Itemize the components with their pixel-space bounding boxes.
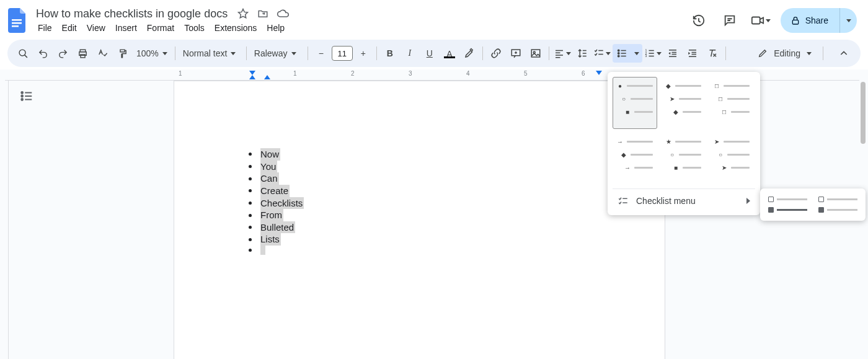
- video-call-icon[interactable]: [750, 9, 772, 32]
- list-item[interactable]: From: [249, 209, 590, 221]
- svg-point-13: [618, 53, 619, 54]
- list-item-text: Bulleted: [260, 221, 295, 234]
- align-button[interactable]: [553, 44, 572, 63]
- highlight-color-button[interactable]: [460, 44, 479, 63]
- bullet-icon: [249, 165, 252, 168]
- list-item[interactable]: Now: [249, 148, 590, 161]
- font-family-select[interactable]: Raleway: [250, 44, 304, 63]
- menu-format[interactable]: Format: [143, 20, 179, 35]
- insert-image-button[interactable]: [526, 44, 545, 63]
- workspace: 1 1 2 3 4 5 6 Now You Can Create Checkli…: [0, 69, 868, 359]
- list-item[interactable]: Checklists: [249, 197, 590, 210]
- menu-extensions[interactable]: Extensions: [210, 20, 261, 35]
- svg-point-14: [618, 55, 619, 56]
- list-style-option[interactable]: → ◆ →: [613, 133, 657, 185]
- ruler-tick: 1: [293, 70, 297, 77]
- glyph: ◆: [621, 151, 627, 158]
- clear-formatting-button[interactable]: [703, 44, 722, 63]
- print-button[interactable]: [73, 44, 92, 63]
- list-item-text: [260, 246, 265, 255]
- checklist-style-option[interactable]: [815, 193, 861, 216]
- move-to-folder-icon[interactable]: [256, 7, 270, 20]
- right-indent-marker[interactable]: [596, 71, 602, 75]
- increase-indent-button[interactable]: [683, 44, 702, 63]
- list-style-option[interactable]: ★ ○ ■: [661, 133, 706, 185]
- list-item[interactable]: You: [249, 161, 590, 173]
- history-icon[interactable]: [688, 9, 710, 32]
- undo-button[interactable]: [33, 44, 52, 63]
- document-page[interactable]: Now You Can Create Checklists From Bulle…: [174, 81, 665, 359]
- list-item[interactable]: [249, 246, 590, 255]
- menu-view[interactable]: View: [82, 20, 110, 35]
- star-icon[interactable]: [236, 7, 250, 20]
- list-item[interactable]: Lists: [249, 233, 590, 246]
- checklist-menu-item[interactable]: Checklist menu: [613, 188, 755, 210]
- decrease-font-size-button[interactable]: −: [312, 44, 330, 63]
- svg-rect-4: [792, 20, 798, 24]
- text-color-button[interactable]: A: [440, 44, 459, 63]
- redo-button[interactable]: [53, 44, 72, 63]
- bulleted-list-button[interactable]: [613, 44, 642, 63]
- menu-help[interactable]: Help: [262, 20, 289, 35]
- toolbar: 100% Normal text Raleway − 11 + B I U A …: [7, 40, 861, 67]
- menu-edit[interactable]: Edit: [58, 20, 81, 35]
- font-size-input[interactable]: 11: [332, 46, 353, 61]
- paint-format-button[interactable]: [113, 44, 131, 63]
- checklist-style-option[interactable]: [765, 193, 810, 216]
- increase-font-size-button[interactable]: +: [354, 44, 373, 63]
- vertical-ruler[interactable]: [0, 81, 9, 359]
- glyph: □: [721, 109, 727, 115]
- menu-insert[interactable]: Insert: [111, 20, 141, 35]
- bulleted-list-dropdown[interactable]: [631, 44, 642, 63]
- docs-logo[interactable]: [6, 9, 29, 32]
- list-style-option[interactable]: ● ○ ■: [613, 77, 657, 129]
- chevron-down-icon: [766, 19, 771, 22]
- list-style-option[interactable]: □ □ □: [709, 77, 754, 129]
- glyph: ➤: [669, 95, 675, 102]
- spellcheck-button[interactable]: [93, 44, 112, 63]
- insert-comment-button[interactable]: [507, 44, 525, 63]
- checklist-styles-submenu: [760, 188, 866, 221]
- collapse-toolbar-button[interactable]: [833, 43, 854, 64]
- first-line-indent-marker[interactable]: [249, 71, 255, 75]
- bullet-icon: [249, 226, 252, 229]
- list-item[interactable]: Create: [249, 185, 590, 197]
- glyph: ◆: [673, 109, 679, 115]
- list-style-option[interactable]: ◆ ➤ ◆: [661, 77, 706, 129]
- separator: [376, 47, 377, 60]
- checklist-icon: [618, 195, 629, 206]
- share-button[interactable]: Share: [781, 8, 839, 33]
- list-style-option[interactable]: ➤ ○ ➤: [709, 133, 754, 185]
- share-dropdown-button[interactable]: [839, 8, 857, 33]
- decrease-indent-button[interactable]: [663, 44, 682, 63]
- underline-button[interactable]: U: [420, 44, 439, 63]
- zoom-select[interactable]: 100%: [133, 44, 171, 63]
- left-indent-marker[interactable]: [264, 75, 270, 79]
- line-spacing-button[interactable]: [573, 44, 591, 63]
- menu-tools[interactable]: Tools: [180, 20, 209, 35]
- list-item-text: You: [260, 161, 277, 173]
- menu-file[interactable]: File: [33, 20, 56, 35]
- mode-select[interactable]: Editing: [750, 44, 819, 63]
- search-menus-button[interactable]: [14, 44, 32, 63]
- vertical-scrollbar[interactable]: [861, 82, 866, 144]
- cloud-saved-icon[interactable]: [276, 7, 290, 20]
- insert-link-button[interactable]: [487, 44, 505, 63]
- separator: [482, 47, 483, 60]
- italic-button[interactable]: I: [401, 44, 419, 63]
- numbered-list-button[interactable]: 123: [644, 44, 662, 63]
- separator: [549, 47, 549, 60]
- bold-button[interactable]: B: [381, 44, 399, 63]
- bulleted-list-styles-popover: ● ○ ■ ◆ ➤ ◆ □ □ □ → ◆ → ★ ○ ■: [608, 72, 760, 215]
- document-outline-button[interactable]: [20, 89, 33, 103]
- chevron-down-icon: [291, 52, 296, 55]
- list-item[interactable]: Can: [249, 172, 590, 185]
- paragraph-style-select[interactable]: Normal text: [179, 44, 242, 63]
- list-item[interactable]: Bulleted: [249, 221, 590, 234]
- hanging-indent-marker[interactable]: [249, 75, 255, 79]
- chevron-down-icon: [846, 19, 851, 22]
- list-item-text: Can: [260, 172, 279, 185]
- comments-icon[interactable]: [719, 9, 741, 32]
- document-title[interactable]: How to make checklists in google docs: [33, 6, 230, 22]
- checklist-button[interactable]: [593, 44, 611, 63]
